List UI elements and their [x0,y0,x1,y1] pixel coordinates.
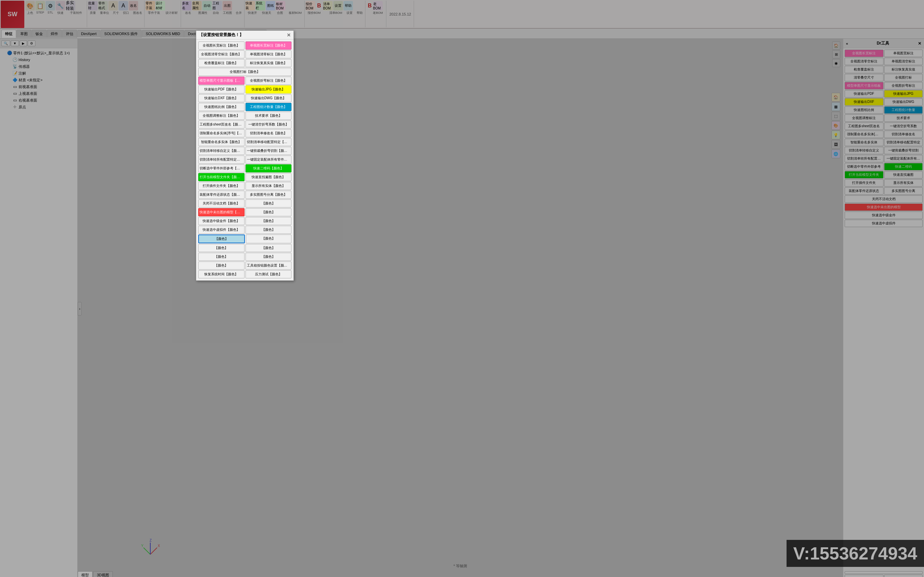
modal-btn-22-1[interactable]: 【颜色】 [246,235,292,243]
modal-btn-21-1[interactable]: 【颜色】 [246,226,292,234]
modal-btn-18-0[interactable]: 关闭不活动文档【颜色】 [198,200,244,208]
modal-btn-12-0[interactable]: 切割清单转移自定义【颜色】 [198,147,244,155]
modal-btn-16-0[interactable]: 打开插件文件夹【颜色】 [198,182,244,190]
modal-btn-20-1[interactable]: 【颜色】 [246,217,292,225]
modal-title-bar: 【设置按钮背景颜色！】 ✕ [196,31,294,39]
modal-row-20: 快速选中级金件【颜色】 【颜色】 [198,217,291,225]
modal-btn-25-1[interactable]: 工具箱按钮颜色设置【颜色】 [246,261,292,269]
modal-btn-11-0[interactable]: 智能重命名多实体【颜色】 [198,138,244,146]
modal-btn-5-0[interactable]: 快速输出PDF【颜色】 [198,85,244,93]
modal-btn-6-1[interactable]: 快速输出DWG【颜色】 [246,94,292,102]
modal-row-11: 智能重命名多实体【颜色】 切割清单移动配置特定【颜色】 [198,138,291,146]
modal-btn-15-0[interactable]: 打开当前模型文件夹【颜色】 [198,173,244,181]
modal-btn-4-1[interactable]: 全视图折弯标注【颜色】 [246,77,292,85]
modal-row-5: 快速输出PDF【颜色】 快速输出JPG【颜色】 [198,85,291,93]
modal-btn-1-0[interactable]: 全视图清零空标注【颜色】 [198,50,244,58]
modal-btn-18-1[interactable]: 【颜色】 [246,200,292,208]
modal-row-7: 快速图纸比例【颜色】 工程图统计数量【颜色】 [198,103,291,111]
modal-row-8: 全视图调整标注【颜色】 技术要求【颜色】 [198,112,291,120]
modal-title-text: 【设置按钮背景颜色！】 [199,32,244,38]
modal-row-23: 【颜色】 【颜色】 [198,244,291,252]
modal-btn-19-0[interactable]: 快速选中未出图的模型【颜色】 [198,208,244,216]
modal-row-3: 全视图打标【颜色】 [198,68,291,76]
modal-btn-3-0[interactable]: 全视图打标【颜色】 [198,68,291,76]
modal-btn-10-0[interactable]: 强制重命名多实体[序号]【颜色】 [198,129,244,137]
modal-btn-7-0[interactable]: 快速图纸比例【颜色】 [198,103,244,111]
modal-btn-2-0[interactable]: 检查覆盖标注【颜色】 [198,59,244,67]
modal-btn-9-0[interactable]: 工程图多sheet页改名【颜色】 [198,121,244,129]
modal-btn-24-1[interactable]: 【颜色】 [246,253,292,261]
modal-row-17: 装配体零件还原状态【颜色】 多实图图号分离【颜色】 [198,191,291,199]
modal-row-24: 【颜色】 【颜色】 [198,253,291,261]
modal-row-25: 【颜色】 工具箱按钮颜色设置【颜色】 [198,261,291,269]
modal-btn-22-0[interactable]: 【颜色】 [198,235,245,243]
modal-btn-7-1[interactable]: 工程图统计数量【颜色】 [246,103,292,111]
modal-row-16: 打开插件文件夹【颜色】 显示所有实体【颜色】 [198,182,291,190]
modal-btn-8-1[interactable]: 技术要求【颜色】 [246,112,292,120]
modal-overlay: 【设置按钮背景颜色！】 ✕ 全视图长宽标注【颜色】 单视图长宽标注【颜色】 全视… [0,0,924,577]
modal-btn-13-0[interactable]: 切割清单转所有配置特定【颜色】 [198,156,244,164]
modal-btn-0-0[interactable]: 全视图长宽标注【颜色】 [198,42,244,50]
modal-body: 全视图长宽标注【颜色】 单视图长宽标注【颜色】 全视图清零空标注【颜色】 单视图… [196,39,294,280]
modal-row-15: 打开当前模型文件夹【颜色】 快速直找遍图【颜色】 [198,173,291,181]
modal-btn-12-1[interactable]: 一键剪裁叠折弯切割【颜色】 [246,147,292,155]
modal-row-10: 强制重命名多实体[序号]【颜色】 切割清单修改名【颜色】 [198,129,291,137]
modal-row-14: 切断选中零件外部参考【颜色】 快速二维码【颜色】 [198,164,291,172]
modal-btn-16-1[interactable]: 显示所有实体【颜色】 [246,182,292,190]
modal-row-12: 切割清单转移自定义【颜色】 一键剪裁叠折弯切割【颜色】 [198,147,291,155]
modal-btn-11-1[interactable]: 切割清单移动配置特定【颜色】 [246,138,292,146]
modal-btn-17-0[interactable]: 装配体零件还原状态【颜色】 [198,191,244,199]
modal-btn-0-1[interactable]: 单视图长宽标注【颜色】 [246,42,292,50]
modal-btn-20-0[interactable]: 快速选中级金件【颜色】 [198,217,244,225]
modal-btn-14-0[interactable]: 切断选中零件外部参考【颜色】 [198,164,244,172]
modal-btn-17-1[interactable]: 多实图图号分离【颜色】 [246,191,292,199]
modal-btn-14-1[interactable]: 快速二维码【颜色】 [246,164,292,172]
modal-btn-2-1[interactable]: 标注恢复真实值【颜色】 [246,59,292,67]
modal-row-22: 【颜色】 【颜色】 [198,235,291,243]
modal-btn-25-0[interactable]: 【颜色】 [198,261,244,269]
modal-row-2: 检查覆盖标注【颜色】 标注恢复真实值【颜色】 [198,59,291,67]
modal-btn-15-1[interactable]: 快速直找遍图【颜色】 [246,173,292,181]
modal-btn-13-1[interactable]: 一键固定装配体所有零件【颜色】 [246,156,292,164]
modal-btn-19-1[interactable]: 【颜色】 [246,208,292,216]
modal-btn-8-0[interactable]: 全视图调整标注【颜色】 [198,112,244,120]
modal-btn-1-1[interactable]: 单视图清零标注【颜色】 [246,50,292,58]
modal-dialog: 【设置按钮背景颜色！】 ✕ 全视图长宽标注【颜色】 单视图长宽标注【颜色】 全视… [196,31,294,281]
modal-row-21: 快速选中虚拟件【颜色】 【颜色】 [198,226,291,234]
modal-btn-21-0[interactable]: 快速选中虚拟件【颜色】 [198,226,244,234]
modal-btn-23-0[interactable]: 【颜色】 [198,244,244,252]
modal-row-0: 全视图长宽标注【颜色】 单视图长宽标注【颜色】 [198,42,291,50]
modal-row-19: 快速选中未出图的模型【颜色】 【颜色】 [198,208,291,216]
modal-row-9: 工程图多sheet页改名【颜色】 一键清空折弯系数【颜色】 [198,121,291,129]
modal-row-26: 恢复系统时间【颜色】 压力测试【颜色】 [198,270,291,278]
modal-row-18: 关闭不活动文档【颜色】 【颜色】 [198,200,291,208]
modal-row-1: 全视图清零空标注【颜色】 单视图清零标注【颜色】 [198,50,291,58]
modal-row-4: 模型单图尺寸显示图板【颜色】 全视图折弯标注【颜色】 [198,77,291,85]
modal-btn-10-1[interactable]: 切割清单修改名【颜色】 [246,129,292,137]
modal-btn-23-1[interactable]: 【颜色】 [246,244,292,252]
modal-btn-4-0[interactable]: 模型单图尺寸显示图板【颜色】 [198,77,244,85]
modal-btn-24-0[interactable]: 【颜色】 [198,253,244,261]
modal-row-6: 快速输出DXF【颜色】 快速输出DWG【颜色】 [198,94,291,102]
modal-close-btn[interactable]: ✕ [287,32,291,38]
modal-btn-26-1[interactable]: 压力测试【颜色】 [246,270,292,278]
modal-btn-5-1[interactable]: 快速输出JPG【颜色】 [246,85,292,93]
modal-btn-9-1[interactable]: 一键清空折弯系数【颜色】 [246,121,292,129]
modal-btn-26-0[interactable]: 恢复系统时间【颜色】 [198,270,244,278]
modal-btn-6-0[interactable]: 快速输出DXF【颜色】 [198,94,244,102]
modal-row-13: 切割清单转所有配置特定【颜色】 一键固定装配体所有零件【颜色】 [198,156,291,164]
